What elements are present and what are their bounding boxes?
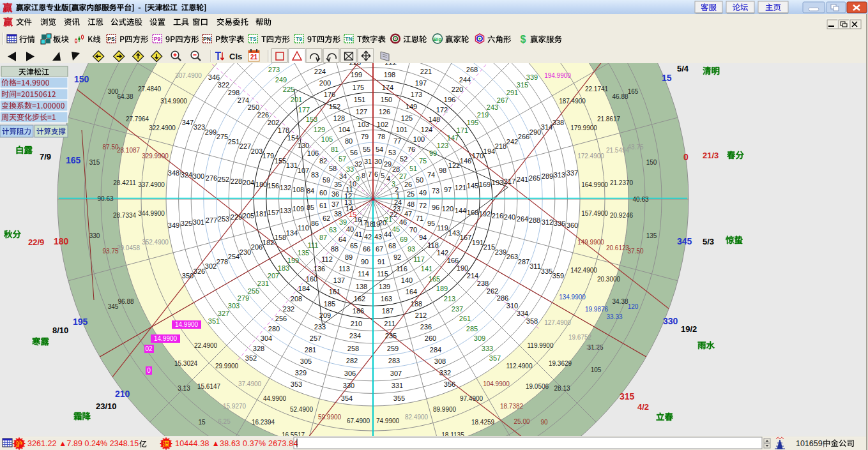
svg-text:229: 229 [231,213,242,221]
svg-text:218: 218 [495,142,506,150]
svg-text:327: 327 [218,310,229,317]
svg-text:147: 147 [447,134,459,142]
svg-text:352.4900: 352.4900 [142,239,169,246]
svg-text:28.13: 28.13 [554,385,570,392]
svg-text:243: 243 [487,103,498,111]
svg-text:355: 355 [393,394,405,402]
svg-text:336: 336 [554,220,565,227]
svg-text:66: 66 [363,245,370,253]
svg-text:164.9900: 164.9900 [581,181,608,188]
svg-text:67: 67 [376,245,383,253]
svg-text:47: 47 [404,210,412,218]
svg-text:265: 265 [529,174,540,182]
svg-text:304: 304 [261,334,272,342]
svg-text:18.7382: 18.7382 [500,403,524,410]
svg-text:129: 129 [314,126,325,133]
svg-text:139: 139 [379,283,390,290]
svg-text:249: 249 [275,76,287,84]
svg-text:15.3024: 15.3024 [174,360,198,367]
svg-text:231: 231 [257,280,269,287]
svg-text:92: 92 [393,253,401,261]
svg-text:234: 234 [349,332,361,340]
svg-text:325: 325 [181,220,192,227]
svg-text:93.75: 93.75 [102,248,118,255]
svg-text:65: 65 [350,242,358,250]
svg-text:215: 215 [483,243,495,251]
svg-text:18.4259: 18.4259 [471,419,495,426]
svg-text:42: 42 [364,233,372,241]
svg-text:179.9900: 179.9900 [570,124,597,131]
svg-text:29.9900: 29.9900 [215,363,239,370]
svg-text:164: 164 [406,288,417,296]
svg-text:206: 206 [251,243,263,251]
svg-text:180: 180 [54,236,69,246]
svg-text:142.4900: 142.4900 [570,267,597,274]
svg-text:26: 26 [404,181,412,188]
svg-text:74.9900: 74.9900 [376,417,400,424]
svg-text:183: 183 [278,264,289,272]
svg-text:326: 326 [194,267,205,275]
svg-text:172: 172 [436,106,448,114]
svg-text:3261.22 ▲7.89 0.24% 2348.15: 3261.22 ▲7.89 0.24% 2348.15 [27,439,139,448]
svg-text:315: 315 [620,391,635,401]
svg-text:323: 323 [194,123,205,131]
svg-text:P9: P9 [154,36,161,42]
svg-text:60: 60 [319,189,327,197]
svg-text:53: 53 [388,149,396,156]
svg-text:315: 315 [89,159,100,166]
svg-text:6.25: 6.25 [218,418,231,425]
svg-text:43: 43 [374,233,382,241]
svg-text:250: 250 [248,103,259,111]
svg-text:259: 259 [387,345,399,352]
svg-text:$: $ [521,34,526,45]
svg-text:30: 30 [374,158,382,165]
svg-text:141: 141 [421,265,432,273]
svg-text:40: 40 [346,225,354,233]
svg-text:63: 63 [329,226,337,234]
svg-text:115: 115 [377,270,388,278]
svg-text:PS: PS [107,36,115,42]
svg-text:335: 335 [541,267,552,275]
svg-text:221: 221 [420,68,432,75]
svg-text:190: 190 [457,264,468,272]
svg-text:291: 291 [506,89,518,96]
svg-text:120: 120 [442,205,453,213]
svg-text:185: 185 [324,300,335,308]
svg-text:264: 264 [517,215,528,223]
svg-text:23/10: 23/10 [96,401,117,411]
svg-text:163: 163 [381,295,392,303]
svg-text:5: 5 [381,172,385,179]
svg-text:56: 56 [350,149,358,156]
svg-text:51: 51 [409,165,417,172]
svg-text:193: 193 [492,179,503,186]
svg-text:225: 225 [283,86,294,93]
svg-text:175: 175 [353,84,364,91]
svg-text:167: 167 [460,234,471,241]
svg-text:223: 223 [349,63,361,66]
svg-text:3: 3 [392,180,395,188]
svg-text:178: 178 [278,126,289,134]
svg-text:21.2370: 21.2370 [610,179,634,186]
svg-text:287: 287 [518,258,529,266]
svg-text:162: 162 [354,295,365,303]
svg-text:348: 348 [168,169,179,177]
svg-text:331: 331 [392,382,403,389]
svg-text:309: 309 [474,334,485,342]
svg-text:268: 268 [466,66,478,73]
svg-text:69: 69 [400,236,407,243]
svg-text:213: 213 [444,295,455,303]
svg-text:329: 329 [295,369,307,377]
svg-text:19.0506: 19.0506 [526,383,549,390]
svg-text:144: 144 [455,207,466,214]
svg-text:18.1135: 18.1135 [441,431,464,436]
svg-text:113: 113 [339,265,350,273]
svg-text:301: 301 [193,218,204,226]
svg-text:311: 311 [529,262,541,270]
svg-text:104: 104 [339,126,350,133]
svg-text:235: 235 [385,332,397,340]
svg-text:305: 305 [300,357,312,365]
svg-text:330: 330 [343,382,354,389]
svg-text:128: 128 [333,114,345,122]
svg-text:315: 315 [517,81,528,89]
svg-text:214: 214 [467,272,478,280]
